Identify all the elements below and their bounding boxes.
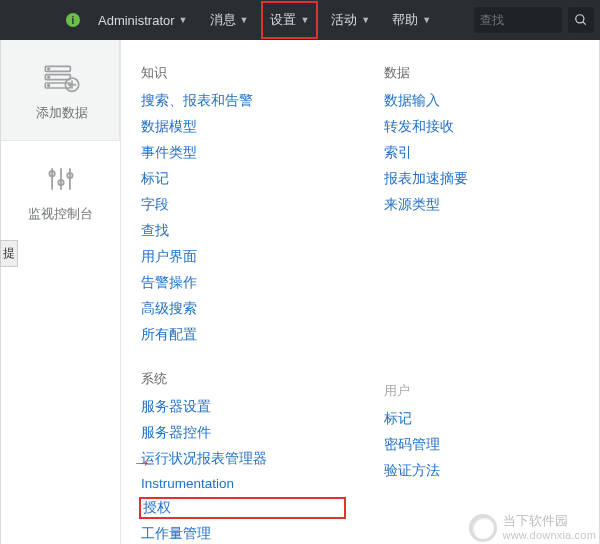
chevron-down-icon: ▼ [179,15,188,25]
search-button[interactable] [568,7,594,33]
main-area: 添加数据 监视控制台 提 知识 搜索、报表和告警 数据模型 事件类型 标记 字段… [0,40,600,544]
sidebar-item-add-data[interactable]: 添加数据 [1,40,120,140]
link-workload-management[interactable]: 工作量管理 [141,525,344,543]
link-indexes[interactable]: 索引 [384,144,587,162]
watermark-title: 当下软件园 [503,513,596,529]
search-input-wrap[interactable] [474,7,562,33]
nav-settings-label: 设置 [270,11,296,29]
sidebar-item-monitoring-console[interactable]: 监视控制台 [1,141,120,241]
svg-point-5 [48,68,50,70]
link-search-reports-alerts[interactable]: 搜索、报表和告警 [141,92,344,110]
chevron-down-icon: ▼ [240,15,249,25]
nav-messages-label: 消息 [210,11,236,29]
top-nav: i Administrator ▼ 消息 ▼ 设置 ▼ 活动 ▼ 帮助 ▼ [0,0,600,40]
link-lookups[interactable]: 查找 [141,222,344,240]
nav-admin[interactable]: Administrator ▼ [88,0,198,40]
annotation-arrow-right-icon: → [132,452,152,472]
chevron-down-icon: ▼ [422,15,431,25]
add-data-icon [42,62,82,94]
svg-line-1 [583,22,586,25]
nav-admin-label: Administrator [98,13,175,28]
dropdown-col-right: 数据 数据输入 转发和接收 索引 报表加速摘要 来源类型 用户 标记 密码管理 … [384,56,587,528]
watermark-logo-icon [469,514,497,542]
section-title-data: 数据 [384,64,587,82]
link-alert-actions[interactable]: 告警操作 [141,274,344,292]
nav-help[interactable]: 帮助 ▼ [382,0,441,40]
nav-activity-label: 活动 [331,11,357,29]
link-licensing[interactable]: 授权 [141,499,344,517]
cropped-text-fragment: 提 [0,240,18,267]
nav-help-label: 帮助 [392,11,418,29]
search-input[interactable] [480,13,540,27]
link-authentication-methods[interactable]: 验证方法 [384,462,587,480]
link-server-controls[interactable]: 服务器控件 [141,424,344,442]
watermark: 当下软件园 www.downxia.com [469,513,596,542]
nav-messages[interactable]: 消息 ▼ [200,0,259,40]
link-instrumentation[interactable]: Instrumentation [141,476,344,491]
link-source-types[interactable]: 来源类型 [384,196,587,214]
link-password-management[interactable]: 密码管理 [384,436,587,454]
section-title-users: 用户 [384,382,587,400]
sidebar-item-label: 添加数据 [36,104,88,122]
settings-dropdown-panel: 知识 搜索、报表和告警 数据模型 事件类型 标记 字段 查找 用户界面 告警操作… [121,40,600,544]
sliders-icon [45,163,77,195]
svg-point-7 [48,85,50,87]
link-all-configurations[interactable]: 所有配置 [141,326,344,344]
link-report-acceleration[interactable]: 报表加速摘要 [384,170,587,188]
link-health-report-manager[interactable]: 运行状况报表管理器 [141,450,344,468]
chevron-down-icon: ▼ [300,15,309,25]
link-server-settings[interactable]: 服务器设置 [141,398,344,416]
link-user-interface[interactable]: 用户界面 [141,248,344,266]
nav-activity[interactable]: 活动 ▼ [321,0,380,40]
link-fields[interactable]: 字段 [141,196,344,214]
section-title-knowledge: 知识 [141,64,344,82]
link-forwarding-receiving[interactable]: 转发和接收 [384,118,587,136]
nav-settings[interactable]: 设置 ▼ [260,0,319,40]
dropdown-col-left: 知识 搜索、报表和告警 数据模型 事件类型 标记 字段 查找 用户界面 告警操作… [141,56,344,528]
watermark-url: www.downxia.com [503,529,596,542]
link-advanced-search[interactable]: 高级搜索 [141,300,344,318]
link-data-models[interactable]: 数据模型 [141,118,344,136]
svg-point-6 [48,76,50,78]
status-info-icon: i [66,13,80,27]
section-title-system: 系统 [141,370,344,388]
svg-point-0 [576,15,584,23]
link-user-tags[interactable]: 标记 [384,410,587,428]
sidebar: 添加数据 监视控制台 [1,40,121,544]
search-icon [574,13,588,27]
chevron-down-icon: ▼ [361,15,370,25]
link-event-types[interactable]: 事件类型 [141,144,344,162]
link-tags[interactable]: 标记 [141,170,344,188]
sidebar-item-label: 监视控制台 [28,205,93,223]
link-data-inputs[interactable]: 数据输入 [384,92,587,110]
